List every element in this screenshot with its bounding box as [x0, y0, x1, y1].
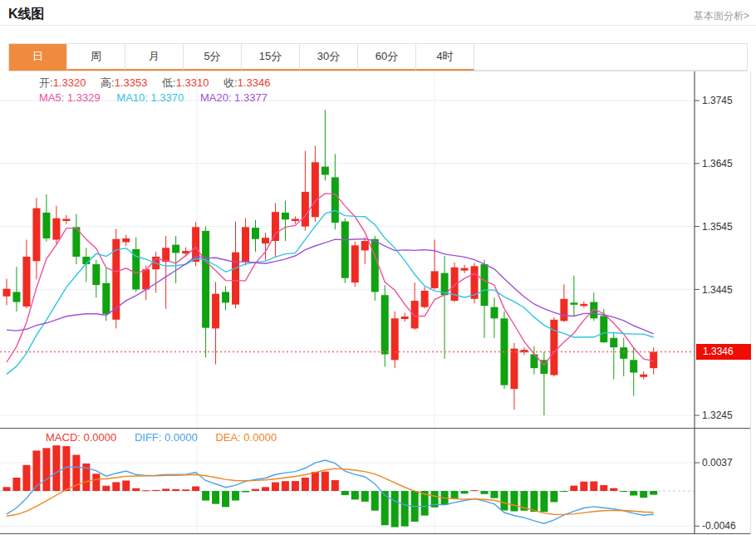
- dea-value: DEA: 0.0000: [215, 431, 277, 444]
- fundamental-analysis-link[interactable]: 基本面分析>: [694, 9, 749, 23]
- kline-chart[interactable]: [0, 71, 756, 535]
- kline-widget: { "header": { "title": "K线图", "link": "基…: [0, 0, 756, 535]
- tabbar-filler: [474, 44, 747, 71]
- high-label: 高:: [101, 76, 115, 89]
- diff-value: DIFF: 0.0000: [135, 431, 198, 444]
- price-tick-13645: 1.3645: [702, 158, 754, 169]
- price-tick-13245: 1.3245: [702, 410, 754, 421]
- tab-5min[interactable]: 5分: [184, 44, 242, 71]
- high-value: 1.3353: [115, 76, 148, 89]
- tab-15min[interactable]: 15分: [242, 44, 300, 71]
- header-divider: [0, 25, 756, 26]
- tab-week[interactable]: 周: [67, 44, 125, 71]
- low-label: 低:: [162, 76, 176, 89]
- candles-group: [3, 110, 658, 415]
- macd-tick-top: 0.0037: [702, 457, 754, 469]
- ma20-value: MA20: 1.3377: [200, 91, 268, 104]
- close-label: 收:: [223, 76, 238, 89]
- tab-60min[interactable]: 60分: [358, 44, 416, 71]
- price-tick-13545: 1.3545: [702, 221, 754, 233]
- tab-day[interactable]: 日: [9, 44, 67, 71]
- price-tick-13445: 1.3445: [702, 284, 754, 296]
- ohlc-legend: 开:1.3320 高:1.3353 低:1.3310 收:1.3346: [39, 76, 282, 91]
- low-value: 1.3310: [176, 76, 209, 89]
- price-tick-13745: 1.3745: [702, 95, 754, 106]
- interval-tabbar: 日 周 月 5分 15分 30分 60分 4时: [8, 43, 748, 71]
- page-title: K线图: [8, 6, 45, 23]
- open-value: 1.3320: [53, 76, 86, 89]
- ma-legend: MA5: 1.3329 MA10: 1.3370 MA20: 1.3377: [39, 91, 268, 104]
- close-value: 1.3346: [238, 76, 271, 89]
- ma10-value: MA10: 1.3370: [116, 91, 184, 104]
- open-label: 开:: [39, 76, 53, 89]
- macd-legend: MACD: 0.0000 DIFF: 0.0000 DEA: 0.0000: [46, 431, 277, 444]
- tab-month[interactable]: 月: [125, 44, 184, 71]
- tab-30min[interactable]: 30分: [300, 44, 358, 71]
- tab-4hour[interactable]: 4时: [416, 44, 474, 71]
- macd-group: [0, 445, 695, 527]
- macd-tick-bottom: -0.0046: [702, 520, 754, 532]
- current-price-badge: 1.3346: [696, 344, 751, 360]
- ma5-value: MA5: 1.3329: [39, 91, 101, 104]
- macd-value: MACD: 0.0000: [46, 431, 116, 444]
